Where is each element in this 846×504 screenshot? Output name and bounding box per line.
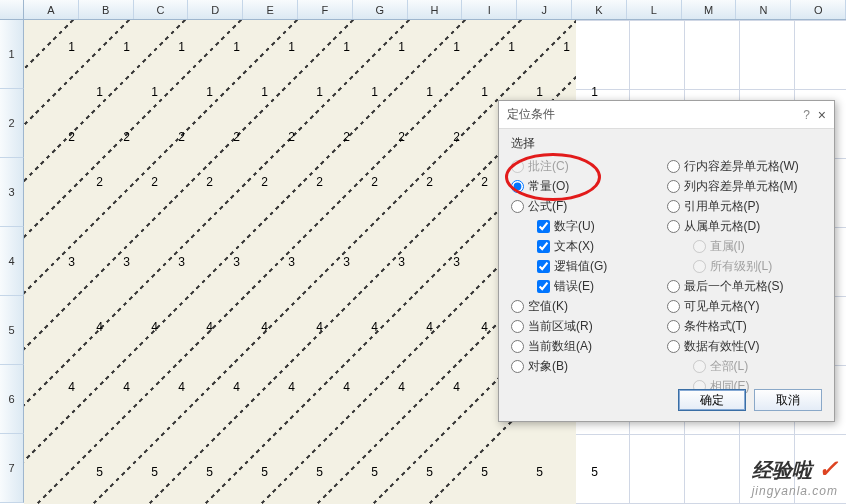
checkbox-option[interactable]: 文本(X) <box>511 236 667 256</box>
close-icon[interactable]: × <box>818 107 826 123</box>
checkbox-option[interactable]: 错误(E) <box>511 276 667 296</box>
radio-option[interactable]: 数据有效性(V) <box>667 336 823 356</box>
cell-value[interactable]: 2 <box>244 130 299 144</box>
cell-value[interactable]: 5 <box>382 465 437 479</box>
cell-value[interactable]: 1 <box>519 40 574 54</box>
radio-option[interactable]: 公式(F) <box>511 196 667 216</box>
row-header[interactable]: 7 <box>0 434 24 503</box>
radio-input[interactable] <box>511 200 524 213</box>
cell-value[interactable]: 5 <box>547 465 602 479</box>
radio-input[interactable] <box>511 160 524 173</box>
radio-input[interactable] <box>667 180 680 193</box>
cell-value[interactable]: 4 <box>409 380 464 394</box>
checkbox-input[interactable] <box>537 220 550 233</box>
cell-value[interactable]: 4 <box>162 320 217 334</box>
cell-value[interactable]: 5 <box>272 465 327 479</box>
checkbox-input[interactable] <box>537 260 550 273</box>
cell-value[interactable]: 4 <box>189 380 244 394</box>
radio-input[interactable] <box>667 220 680 233</box>
cell-value[interactable]: 3 <box>354 255 409 269</box>
radio-option[interactable]: 批注(C) <box>511 156 667 176</box>
radio-option[interactable]: 条件格式(T) <box>667 316 823 336</box>
cell-value[interactable]: 1 <box>217 85 272 99</box>
cell-value[interactable]: 3 <box>409 255 464 269</box>
column-header[interactable]: B <box>79 0 134 19</box>
radio-option[interactable]: 列内容差异单元格(M) <box>667 176 823 196</box>
cell-value[interactable]: 4 <box>134 380 189 394</box>
cell-value[interactable]: 1 <box>24 40 79 54</box>
cell-value[interactable]: 3 <box>299 255 354 269</box>
cell-value[interactable]: 2 <box>327 175 382 189</box>
cell-value[interactable]: 3 <box>189 255 244 269</box>
row-header[interactable]: 4 <box>0 227 24 296</box>
column-header[interactable]: E <box>243 0 298 19</box>
select-all-corner[interactable] <box>0 0 24 19</box>
cell-value[interactable]: 2 <box>217 175 272 189</box>
cell-value[interactable]: 4 <box>52 320 107 334</box>
help-icon[interactable]: ? <box>803 108 810 122</box>
row-header[interactable]: 1 <box>0 20 24 89</box>
cell-value[interactable]: 1 <box>327 85 382 99</box>
row-header[interactable]: 6 <box>0 365 24 434</box>
radio-input[interactable] <box>667 300 680 313</box>
cell-value[interactable]: 1 <box>52 85 107 99</box>
row-header[interactable]: 5 <box>0 296 24 365</box>
cell-value[interactable]: 4 <box>217 320 272 334</box>
cell-value[interactable]: 3 <box>244 255 299 269</box>
radio-option[interactable]: 常量(O) <box>511 176 667 196</box>
column-header[interactable]: G <box>353 0 408 19</box>
dialog-titlebar[interactable]: 定位条件 ? × <box>499 101 834 129</box>
cell-value[interactable]: 2 <box>437 175 492 189</box>
radio-input[interactable] <box>511 180 524 193</box>
checkbox-option[interactable]: 数字(U) <box>511 216 667 236</box>
column-header[interactable]: L <box>627 0 682 19</box>
cell-value[interactable]: 2 <box>272 175 327 189</box>
cell-value[interactable]: 2 <box>354 130 409 144</box>
column-header[interactable]: F <box>298 0 353 19</box>
cell-value[interactable]: 2 <box>79 130 134 144</box>
column-header[interactable]: C <box>134 0 189 19</box>
radio-option[interactable]: 直属(I) <box>667 236 823 256</box>
radio-input[interactable] <box>693 240 706 253</box>
column-header[interactable]: D <box>188 0 243 19</box>
column-header[interactable]: H <box>408 0 463 19</box>
cell-value[interactable]: 5 <box>162 465 217 479</box>
cell-value[interactable]: 1 <box>134 40 189 54</box>
radio-input[interactable] <box>667 320 680 333</box>
cell-value[interactable]: 3 <box>24 255 79 269</box>
column-header[interactable]: O <box>791 0 846 19</box>
radio-input[interactable] <box>667 160 680 173</box>
ok-button[interactable]: 确定 <box>678 389 746 411</box>
cell-value[interactable]: 5 <box>437 465 492 479</box>
row-header[interactable]: 2 <box>0 89 24 158</box>
cell-value[interactable]: 1 <box>547 85 602 99</box>
cell-value[interactable]: 1 <box>162 85 217 99</box>
column-header[interactable]: J <box>517 0 572 19</box>
cell-value[interactable]: 4 <box>354 380 409 394</box>
radio-option[interactable]: 最后一个单元格(S) <box>667 276 823 296</box>
radio-option[interactable]: 从属单元格(D) <box>667 216 823 236</box>
cell-value[interactable]: 5 <box>52 465 107 479</box>
radio-input[interactable] <box>511 320 524 333</box>
radio-input[interactable] <box>511 300 524 313</box>
cell-value[interactable]: 5 <box>107 465 162 479</box>
cell-value[interactable]: 2 <box>107 175 162 189</box>
cell-value[interactable]: 2 <box>382 175 437 189</box>
cell-value[interactable]: 1 <box>107 85 162 99</box>
cell-value[interactable]: 2 <box>299 130 354 144</box>
checkbox-input[interactable] <box>537 240 550 253</box>
cell-value[interactable]: 3 <box>134 255 189 269</box>
cell-value[interactable]: 2 <box>52 175 107 189</box>
cell-value[interactable]: 5 <box>327 465 382 479</box>
cell-value[interactable]: 4 <box>299 380 354 394</box>
cell-value[interactable]: 1 <box>382 85 437 99</box>
cell-value[interactable]: 1 <box>437 85 492 99</box>
cell-value[interactable]: 4 <box>24 380 79 394</box>
cell-value[interactable]: 2 <box>134 130 189 144</box>
cell-value[interactable]: 4 <box>382 320 437 334</box>
column-header[interactable]: I <box>462 0 517 19</box>
cell-value[interactable]: 2 <box>409 130 464 144</box>
checkbox-input[interactable] <box>537 280 550 293</box>
cell-value[interactable]: 1 <box>299 40 354 54</box>
cell-value[interactable]: 2 <box>162 175 217 189</box>
